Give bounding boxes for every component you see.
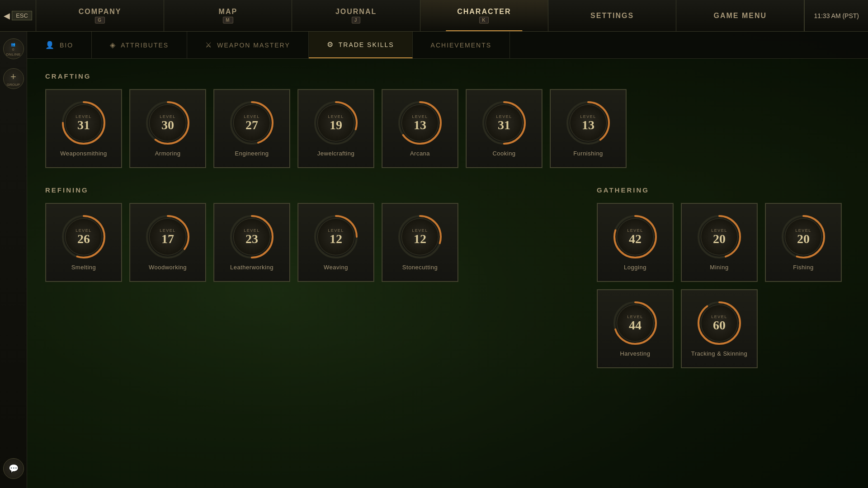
skill-level-display: LEVEL 17	[149, 218, 186, 255]
skill-card-jewelcrafting[interactable]: LEVEL 19 Jewelcrafting	[297, 89, 374, 168]
skill-card-cooking[interactable]: LEVEL 31 Cooking	[466, 89, 542, 168]
skill-card-engineering[interactable]: LEVEL 27 Engineering	[213, 89, 290, 168]
skill-level-display: LEVEL 20	[701, 218, 738, 255]
crafting-section: CRAFTING LEVEL 31 Weaponsmithing LEVEL 3…	[45, 72, 850, 168]
skill-name: Armoring	[155, 150, 181, 157]
skill-level-display: LEVEL 13	[570, 104, 607, 141]
skill-card-tracking-&-skinning[interactable]: LEVEL 60 Tracking & Skinning	[681, 289, 758, 368]
skill-card-stonecutting[interactable]: LEVEL 12 Stonecutting	[382, 203, 458, 282]
skill-circle: LEVEL 13	[566, 100, 611, 145]
skill-card-arcana[interactable]: LEVEL 13 Arcana	[382, 89, 458, 168]
skill-circle: LEVEL 19	[313, 100, 359, 145]
back-button[interactable]: ◀ ESC	[0, 0, 36, 31]
skill-name: Weaving	[324, 264, 348, 271]
skill-level-display: LEVEL 30	[149, 104, 186, 141]
skill-name: Arcana	[410, 150, 430, 157]
skill-circle: LEVEL 17	[145, 214, 190, 259]
skill-level-display: LEVEL 27	[233, 104, 270, 141]
skill-card-weaving[interactable]: LEVEL 12 Weaving	[297, 203, 374, 282]
skill-level-display: LEVEL 12	[401, 218, 439, 255]
refining-section: REFINING LEVEL 26 Smelting LEVEL 17	[45, 186, 579, 386]
tab-bar: 👤 BIO ◈ ATTRIBUTES ⚔ WEAPON MASTERY ⚙ TR…	[27, 32, 868, 59]
skill-circle: LEVEL 44	[613, 300, 658, 346]
skill-circle: LEVEL 42	[613, 214, 658, 259]
skill-name: Cooking	[492, 150, 515, 157]
group-label: GROUP	[7, 83, 20, 87]
skill-card-harvesting[interactable]: LEVEL 44 Harvesting	[597, 289, 674, 368]
skill-name: Stonecutting	[402, 264, 438, 271]
skill-card-logging[interactable]: LEVEL 42 Logging	[597, 203, 674, 282]
tab-bio[interactable]: 👤 BIO	[27, 32, 92, 58]
skill-card-armoring[interactable]: LEVEL 30 Armoring	[129, 89, 206, 168]
skill-name: Tracking & Skinning	[691, 350, 748, 357]
skill-name: Fishing	[793, 264, 813, 271]
skill-level-display: LEVEL 31	[486, 104, 523, 141]
trade-icon: ⚙	[327, 40, 334, 49]
group-button[interactable]: + GROUP	[3, 68, 24, 89]
nav-journal[interactable]: JOURNAL J	[292, 0, 420, 31]
skill-card-furnishing[interactable]: LEVEL 13 Furnishing	[550, 89, 627, 168]
tab-weapon-mastery[interactable]: ⚔ WEAPON MASTERY	[187, 32, 309, 58]
skill-level-display: LEVEL 26	[65, 218, 102, 255]
chat-button[interactable]: 💬	[3, 458, 24, 479]
skill-circle: LEVEL 12	[313, 214, 359, 259]
skill-circle: LEVEL 30	[145, 100, 190, 145]
nav-game-menu[interactable]: GAME MENU	[676, 0, 804, 31]
chat-icon: 💬	[9, 464, 19, 474]
skill-name: Jewelcrafting	[317, 150, 354, 157]
skill-circle: LEVEL 13	[397, 100, 443, 145]
skill-level-display: LEVEL 44	[617, 305, 654, 342]
skill-level-display: LEVEL 31	[65, 104, 102, 141]
skill-name: Furnishing	[573, 150, 603, 157]
skill-level-display: LEVEL 13	[401, 104, 439, 141]
navbar: ◀ ESC COMPANY G MAP M JOURNAL J CHARACTE…	[0, 0, 868, 32]
skill-card-mining[interactable]: LEVEL 20 Mining	[681, 203, 758, 282]
skill-level-display: LEVEL 20	[785, 218, 822, 255]
skill-circle: LEVEL 23	[229, 214, 274, 259]
skill-circle: LEVEL 20	[781, 214, 826, 259]
nav-settings[interactable]: SETTINGS	[548, 0, 676, 31]
skill-level-display: LEVEL 19	[317, 104, 354, 141]
plus-icon: +	[10, 71, 16, 83]
online-icon: 👥	[11, 42, 16, 47]
crafting-title: CRAFTING	[45, 72, 850, 80]
nav-company[interactable]: COMPANY G	[36, 0, 164, 31]
skill-card-woodworking[interactable]: LEVEL 17 Woodworking	[129, 203, 206, 282]
weapon-icon: ⚔	[205, 41, 212, 49]
tab-trade-skills[interactable]: ⚙ TRADE SKILLS	[309, 32, 413, 58]
skill-circle: LEVEL 26	[61, 214, 106, 259]
skill-card-weaponsmithing[interactable]: LEVEL 31 Weaponsmithing	[45, 89, 122, 168]
skill-name: Logging	[624, 264, 646, 271]
skill-name: Weaponsmithing	[60, 150, 107, 157]
nav-character[interactable]: CHARACTER K	[420, 0, 548, 31]
nav-items: COMPANY G MAP M JOURNAL J CHARACTER K SE…	[36, 0, 804, 31]
main-content: 👤 BIO ◈ ATTRIBUTES ⚔ WEAPON MASTERY ⚙ TR…	[27, 32, 868, 488]
skill-name: Engineering	[235, 150, 269, 157]
refining-grid: LEVEL 26 Smelting LEVEL 17 Woodworking L…	[45, 203, 579, 282]
tab-attributes[interactable]: ◈ ATTRIBUTES	[92, 32, 187, 58]
attributes-icon: ◈	[110, 41, 116, 49]
skill-name: Smelting	[71, 264, 96, 271]
content-area: CRAFTING LEVEL 31 Weaponsmithing LEVEL 3…	[27, 59, 868, 488]
clock: 11:33 AM (PST)	[804, 0, 868, 31]
crafting-grid: LEVEL 31 Weaponsmithing LEVEL 30 Armorin…	[45, 89, 850, 168]
skill-card-leatherworking[interactable]: LEVEL 23 Leatherworking	[213, 203, 290, 282]
skill-card-smelting[interactable]: LEVEL 26 Smelting	[45, 203, 122, 282]
skill-card-fishing[interactable]: LEVEL 20 Fishing	[765, 203, 842, 282]
esc-button[interactable]: ESC	[12, 11, 32, 20]
skill-level-display: LEVEL 23	[233, 218, 270, 255]
skill-circle: LEVEL 60	[697, 300, 742, 346]
tab-achievements[interactable]: ACHIEVEMENTS	[413, 32, 510, 58]
skill-name: Leatherworking	[230, 264, 274, 271]
back-arrow-icon: ◀	[4, 11, 10, 21]
skill-name: Woodworking	[149, 264, 187, 271]
skill-circle: LEVEL 31	[481, 100, 527, 145]
nav-map[interactable]: MAP M	[164, 0, 292, 31]
skill-circle: LEVEL 31	[61, 100, 106, 145]
online-button[interactable]: 👥 0 ONLINE	[3, 38, 24, 59]
gathering-section: GATHERING LEVEL 42 Logging LEVEL 20	[597, 186, 850, 386]
bio-icon: 👤	[45, 41, 55, 49]
skill-circle: LEVEL 27	[229, 100, 274, 145]
online-label: ONLINE	[6, 52, 21, 56]
gathering-grid: LEVEL 42 Logging LEVEL 20 Mining LEVEL	[597, 203, 850, 368]
